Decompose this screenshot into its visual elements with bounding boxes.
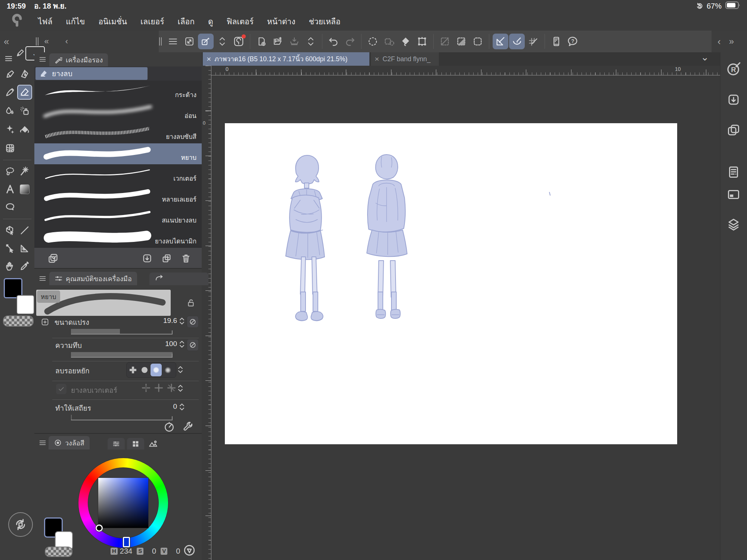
sub-tool-item-multi-layer[interactable]: หลายเลเยอร์: [34, 185, 202, 206]
reference-r-button[interactable]: R: [725, 61, 743, 77]
transparent-swatch-panel[interactable]: [45, 547, 72, 557]
menu-help[interactable]: ช่วยเหลือ: [309, 15, 341, 28]
redo-button[interactable]: [342, 34, 358, 49]
sub-tool-item-hard[interactable]: กระด้าง: [34, 81, 202, 102]
tool-fill[interactable]: [18, 122, 32, 137]
import-palette-button[interactable]: [725, 92, 743, 108]
companion-mode-button[interactable]: [548, 34, 564, 49]
delete-sub-tool-button[interactable]: [181, 253, 191, 264]
color-panel-menu-icon[interactable]: [39, 439, 46, 447]
tool-lasso[interactable]: [3, 164, 17, 178]
invert-selection-button[interactable]: [453, 34, 469, 49]
color-mode-toggle-button[interactable]: [183, 544, 196, 557]
select-none-button[interactable]: [437, 34, 453, 49]
tool-eyedropper[interactable]: [18, 259, 32, 273]
palette-collapse-button[interactable]: ‹: [717, 37, 721, 46]
sub-color-swatch[interactable]: [16, 295, 34, 314]
fullscreen-button[interactable]: [182, 34, 197, 49]
sub-tool-item-soft[interactable]: อ่อน: [34, 102, 202, 123]
tool-eraser[interactable]: [18, 85, 32, 99]
panel-drag-handle[interactable]: [36, 37, 40, 46]
color-slider-tab[interactable]: [108, 438, 125, 449]
menu-select[interactable]: เลือก: [178, 15, 195, 28]
aa-strong-option[interactable]: [162, 364, 173, 376]
aa-weak-option[interactable]: [139, 364, 150, 376]
tool-palette-menu-icon[interactable]: [4, 55, 13, 63]
transparent-color-swatch[interactable]: [3, 315, 34, 327]
stroke-speed-button[interactable]: [164, 421, 175, 432]
tool-fountain-pen[interactable]: [18, 67, 32, 81]
tab-document-active[interactable]: × ภาพวาด16 (B5 10.12 x 7.17นิ้ว 600dpi 2…: [203, 52, 369, 66]
vector-eraser-stepper[interactable]: [178, 384, 183, 393]
tab-document-inactive[interactable]: × C2F band flynn_: [371, 52, 439, 66]
sub-tool-item-color-blot[interactable]: ยางลบซับสี: [34, 122, 202, 144]
material-palette-button[interactable]: [725, 164, 743, 180]
menu-window[interactable]: หน้าต่าง: [267, 15, 295, 28]
tool-property-tab[interactable]: คุณสมบัติของเครื่องมือ: [49, 272, 137, 285]
tool-settings-wrench-button[interactable]: [182, 421, 193, 432]
sub-tool-item-rough-selected[interactable]: หยาบ: [34, 143, 202, 165]
menu-file[interactable]: ไฟล์: [38, 15, 52, 28]
stabilization-value[interactable]: 0: [158, 402, 177, 411]
clip-studio-home-button[interactable]: [231, 34, 247, 49]
stabilization-stepper[interactable]: [179, 402, 185, 411]
brush-size-stepper[interactable]: [179, 317, 185, 326]
snap-to-grid-button[interactable]: [526, 34, 541, 49]
approx-color-tab[interactable]: [148, 439, 158, 449]
opacity-slider[interactable]: [71, 352, 173, 358]
open-file-button[interactable]: [270, 34, 286, 49]
tool-property-menu-icon[interactable]: [39, 275, 46, 282]
menu-animation[interactable]: อนิเมชั่น: [98, 15, 127, 28]
selection-launcher-button[interactable]: [470, 34, 486, 49]
opacity-dynamics-button[interactable]: [187, 339, 199, 351]
layers-palette-button[interactable]: [725, 217, 743, 232]
tool-figure-line[interactable]: [18, 223, 32, 237]
undo-button[interactable]: [326, 34, 341, 49]
aa-none-option[interactable]: [127, 364, 139, 376]
sv-square[interactable]: [98, 478, 148, 528]
tool-pen[interactable]: [3, 67, 17, 81]
deselect-button[interactable]: [365, 34, 381, 49]
tool-move-hand[interactable]: [3, 259, 17, 273]
file-expand-chevrons[interactable]: [303, 34, 319, 49]
lock-icon[interactable]: [186, 298, 196, 308]
tool-gradient[interactable]: [18, 182, 32, 196]
clear-area-button[interactable]: [398, 34, 413, 49]
brush-size-slider[interactable]: [71, 329, 173, 335]
help-button[interactable]: ?: [565, 34, 580, 49]
tab-list-chevron[interactable]: ⌄: [701, 52, 709, 63]
tool-blend[interactable]: [3, 104, 17, 118]
transform-button[interactable]: [414, 34, 430, 49]
tool-liquify[interactable]: [3, 141, 17, 155]
vector-eraser-checkbox[interactable]: [56, 384, 66, 394]
tab-close-icon[interactable]: ×: [207, 55, 211, 63]
tab-close-icon[interactable]: ×: [375, 55, 379, 63]
tool-brush[interactable]: [3, 85, 17, 99]
navigator-palette-button[interactable]: [725, 187, 743, 202]
color-set-tab[interactable]: [127, 438, 144, 449]
save-button[interactable]: [286, 34, 302, 49]
tool-3d-object[interactable]: [3, 223, 17, 237]
hue-ring[interactable]: [78, 458, 168, 548]
vector-erase-intersect-option[interactable]: [154, 383, 164, 393]
canvas[interactable]: [225, 123, 677, 444]
menu-filter[interactable]: ฟิลเตอร์: [227, 15, 254, 28]
menu-edit[interactable]: แก้ไข: [66, 15, 85, 28]
new-canvas-button[interactable]: [254, 34, 269, 49]
sub-tool-group-eraser[interactable]: ยางลบ: [35, 67, 148, 80]
toolbar-drag-handle[interactable]: [159, 37, 163, 46]
indent-plus-icon[interactable]: [41, 318, 49, 326]
tool-ruler[interactable]: [18, 241, 32, 255]
anti-aliasing-stepper[interactable]: [178, 365, 183, 374]
reselect-button[interactable]: [381, 34, 397, 49]
duplicate-sub-tool-button[interactable]: [161, 253, 172, 264]
sub-tool-menu-icon[interactable]: [39, 56, 46, 63]
edit-mode-button[interactable]: [198, 34, 214, 49]
opacity-value[interactable]: 100: [158, 340, 177, 348]
tool-operation[interactable]: [3, 241, 17, 255]
collapse-tools-button[interactable]: «: [44, 37, 49, 46]
tool-text[interactable]: [3, 182, 17, 196]
snap-to-special-ruler-button[interactable]: [509, 34, 525, 49]
import-sub-tool-button[interactable]: [142, 253, 152, 264]
tool-balloon[interactable]: [3, 200, 17, 214]
